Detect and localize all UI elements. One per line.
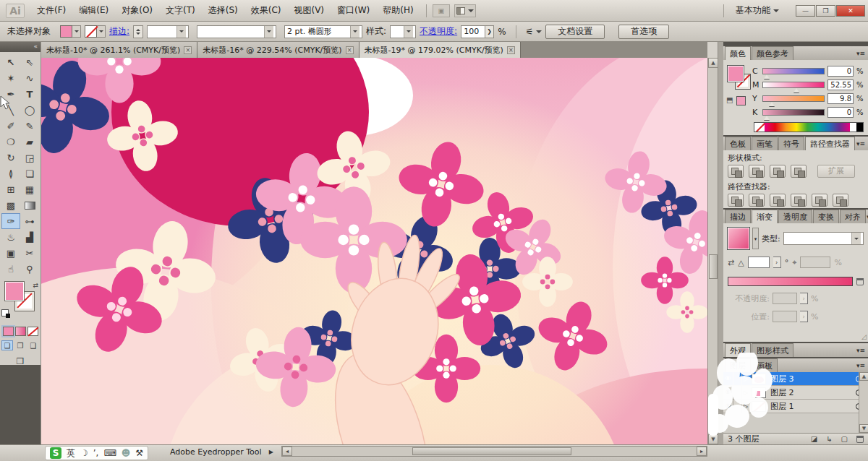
draw-normal-button[interactable]: ❏ bbox=[1, 340, 13, 350]
fill-proxy-swatch[interactable] bbox=[5, 282, 24, 301]
draw-behind-button[interactable]: ❐ bbox=[14, 340, 26, 350]
tab-artboards[interactable]: 画板 bbox=[752, 358, 778, 372]
slider-knob[interactable] bbox=[764, 72, 770, 79]
swap-fill-stroke-icon[interactable]: ⇄ bbox=[33, 282, 38, 289]
crop-icon[interactable] bbox=[791, 194, 807, 207]
eraser-tool[interactable]: ▰ bbox=[20, 134, 39, 150]
horizontal-scroll-thumb[interactable] bbox=[412, 447, 571, 455]
vertical-scroll-thumb[interactable] bbox=[709, 254, 718, 279]
tab-pathfinder[interactable]: 路径查找器 bbox=[805, 137, 855, 150]
scroll-left-icon[interactable]: ◂ bbox=[282, 447, 292, 456]
status-expand-icon[interactable]: ▶ bbox=[269, 449, 273, 455]
scroll-down-icon[interactable]: ▼ bbox=[859, 424, 868, 433]
arrange-documents-icon[interactable] bbox=[454, 4, 476, 17]
workspace-switcher[interactable]: 基本功能 bbox=[730, 2, 785, 19]
tab-layers[interactable]: 图层 bbox=[725, 358, 751, 372]
gradient-swatch-dropdown[interactable]: ▾ bbox=[752, 228, 759, 249]
merge-icon[interactable] bbox=[770, 194, 786, 207]
tab-transform[interactable]: 变换 bbox=[813, 210, 839, 223]
close-button[interactable]: ✕ bbox=[836, 5, 865, 17]
ime-keyboard-icon[interactable]: ⌨ bbox=[103, 448, 116, 458]
stroke-weight-stepper[interactable] bbox=[133, 25, 143, 38]
magic-wand-tool[interactable]: ✶ bbox=[1, 70, 20, 86]
ime-settings-icon[interactable]: ⚒ bbox=[135, 448, 143, 458]
tab-symbols[interactable]: 符号 bbox=[778, 137, 804, 150]
black-slider[interactable] bbox=[762, 109, 825, 116]
slice-tool[interactable]: ✂ bbox=[20, 245, 39, 261]
stroke-weight-dropdown[interactable] bbox=[147, 25, 189, 38]
close-icon[interactable]: × bbox=[184, 46, 192, 54]
fill-color-dropdown[interactable] bbox=[72, 25, 81, 38]
menu-help[interactable]: 帮助(H) bbox=[376, 1, 420, 20]
ime-account-icon[interactable]: ☻ bbox=[122, 448, 131, 458]
none-swatch[interactable] bbox=[754, 123, 765, 132]
stroke-color-dropdown[interactable] bbox=[97, 25, 106, 38]
style-dropdown[interactable] bbox=[390, 25, 416, 38]
ime-toolbar[interactable]: S 英 ☽ ’, ⌨ ☻ ⚒ bbox=[45, 446, 148, 460]
restore-button[interactable]: ❐ bbox=[816, 5, 835, 17]
minus-front-icon[interactable] bbox=[749, 165, 765, 178]
free-transform-tool[interactable]: ❏ bbox=[20, 165, 39, 181]
black-value[interactable]: 0 bbox=[827, 107, 854, 118]
tab-color[interactable]: 颜色 bbox=[725, 46, 751, 60]
tab-graphic-styles[interactable]: 图形样式 bbox=[752, 343, 793, 357]
doc-tab-3[interactable]: 未标题-19* @ 179.02% (CMYK/预览) × bbox=[359, 42, 521, 58]
scroll-up-icon[interactable]: ▲ bbox=[859, 372, 868, 381]
panel-resize-handle[interactable]: ◿ bbox=[861, 333, 867, 340]
ime-fullhalf-icon[interactable]: ☽ bbox=[80, 448, 88, 458]
gradient-slider[interactable] bbox=[728, 277, 853, 286]
color-button[interactable] bbox=[3, 327, 14, 336]
stroke-color-swatch[interactable] bbox=[85, 25, 97, 38]
tab-stroke[interactable]: 描边 bbox=[725, 210, 751, 223]
symbol-sprayer-tool[interactable]: ♨ bbox=[1, 229, 20, 245]
sogou-logo-icon[interactable]: S bbox=[50, 447, 61, 459]
pencil-tool[interactable]: ✎ bbox=[20, 118, 39, 134]
expand-arrow-icon[interactable]: ▷ bbox=[742, 376, 749, 382]
minus-back-icon[interactable] bbox=[833, 194, 848, 207]
tab-brushes[interactable]: 画笔 bbox=[752, 137, 778, 150]
menu-type[interactable]: 文字(T) bbox=[159, 1, 202, 20]
horizontal-scrollbar[interactable]: ◂ ▸ bbox=[281, 446, 707, 457]
rotate-tool[interactable]: ↻ bbox=[1, 150, 20, 165]
ime-punctuation-icon[interactable]: ’, bbox=[93, 448, 99, 458]
lasso-tool[interactable]: ∿ bbox=[20, 70, 39, 86]
blob-brush-tool[interactable]: ❍ bbox=[1, 134, 20, 150]
slider-knob[interactable] bbox=[793, 85, 799, 92]
ime-language-toggle[interactable]: 英 bbox=[67, 447, 75, 460]
layer-thumbnail[interactable] bbox=[752, 374, 766, 384]
out-of-gamut-cube-icon[interactable]: ⬒ bbox=[726, 96, 733, 104]
close-icon[interactable]: × bbox=[346, 46, 354, 54]
menu-object[interactable]: 对象(O) bbox=[115, 1, 159, 20]
ellipse-tool[interactable]: ◯ bbox=[20, 102, 39, 118]
new-layer-icon[interactable]: ▢ bbox=[841, 435, 848, 443]
layer-row-3[interactable]: 👁 ▷ 图层 3 bbox=[723, 372, 868, 386]
opacity-input[interactable]: 100 bbox=[461, 25, 485, 38]
layer-name[interactable]: 图层 1 bbox=[768, 401, 856, 412]
direct-selection-tool[interactable]: ⇖ bbox=[20, 54, 39, 70]
visibility-eye-icon[interactable]: 👁 bbox=[723, 372, 733, 386]
trim-icon[interactable] bbox=[749, 194, 765, 207]
doc-tab-2[interactable]: 未标题-16* @ 229.54% (CMYK/预览) × bbox=[197, 42, 359, 58]
layer-name[interactable]: 图层 2 bbox=[768, 387, 856, 398]
cyan-slider[interactable] bbox=[762, 68, 825, 74]
select-similar-icon[interactable]: ⚟ bbox=[526, 27, 534, 37]
divide-icon[interactable] bbox=[728, 194, 744, 207]
tab-gradient[interactable]: 渐变 bbox=[752, 210, 778, 223]
none-button[interactable] bbox=[27, 327, 38, 336]
menu-view[interactable]: 视图(V) bbox=[287, 1, 331, 20]
white-swatch[interactable] bbox=[850, 123, 856, 132]
variable-width-dropdown[interactable] bbox=[197, 25, 276, 38]
lock-toggle[interactable] bbox=[733, 400, 742, 413]
layer-row-2[interactable]: 👁 ▷ 图层 2 bbox=[723, 386, 868, 400]
layers-scrollbar[interactable]: ▲ ▼ bbox=[859, 372, 868, 433]
menu-edit[interactable]: 编辑(E) bbox=[72, 1, 115, 20]
delete-stop-icon[interactable] bbox=[856, 278, 864, 285]
panel-menu-icon[interactable]: ▾≡ bbox=[856, 50, 865, 57]
column-graph-tool[interactable]: ▟ bbox=[20, 229, 39, 245]
expand-arrow-icon[interactable]: ▷ bbox=[742, 403, 749, 410]
vertical-scrollbar[interactable]: ▲ ▼ bbox=[707, 58, 718, 444]
toolbox-collapse-button[interactable]: « bbox=[0, 42, 41, 52]
visibility-eye-icon[interactable]: 👁 bbox=[723, 400, 733, 413]
hand-tool[interactable]: ☝ bbox=[1, 261, 20, 277]
menu-effect[interactable]: 效果(C) bbox=[244, 1, 288, 20]
